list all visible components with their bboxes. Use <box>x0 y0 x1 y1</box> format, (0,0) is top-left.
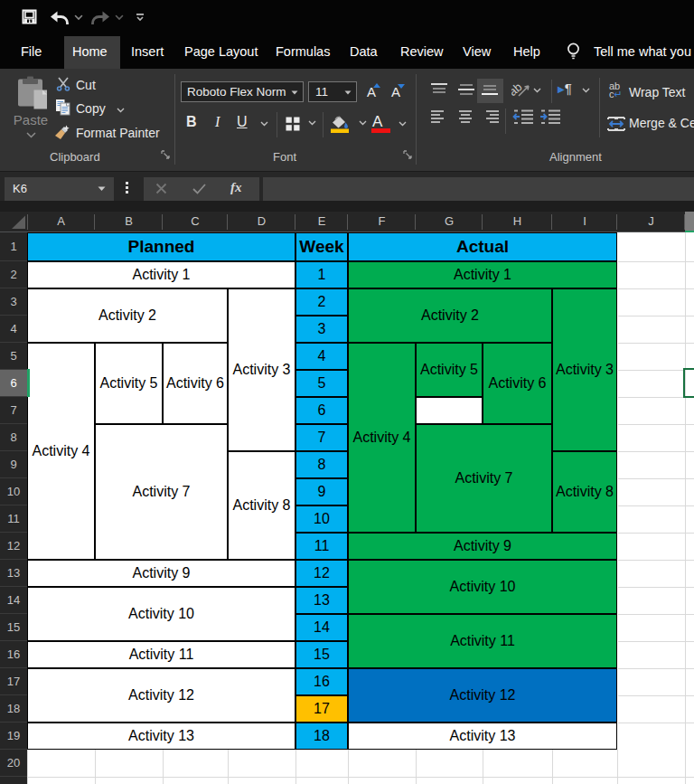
svg-text:ab: ab <box>511 80 524 99</box>
